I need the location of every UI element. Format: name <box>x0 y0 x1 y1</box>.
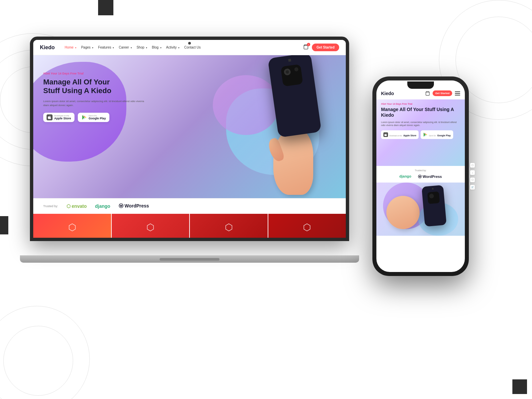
nav-links: Home ▾ Pages ▾ Features ▾ Career ▾ Shop … <box>65 46 303 49</box>
trusted-section: Trusted by: ⬡ envato django ⓦ WordPress <box>33 198 346 214</box>
site-logo: Kiedo <box>40 45 55 51</box>
feature-icon-2: ⬡ <box>146 222 154 233</box>
mini-phone <box>422 185 447 226</box>
wordpress-brand: ⓦ WordPress <box>119 203 149 209</box>
mobile-device: Kiedo Get Started #Get Your 14 Days Free… <box>372 76 469 276</box>
laptop-body: Kiedo Home ▾ Pages ▾ Features ▾ Career ▾… <box>30 37 349 241</box>
bottom-feature-cards: ⬡ ⬡ ⬡ ⬡ <box>33 214 346 238</box>
phone-notch <box>407 81 434 89</box>
mobile-trusted-label: Trusted by: <box>381 169 460 172</box>
feature-card-3: ⬡ <box>190 214 268 238</box>
hero-content: #Get Your 14 Days Free Trial Manage All … <box>43 72 150 122</box>
mobile-hero-description: Lorem ipsum dolor sit amet, consectetur … <box>381 121 460 127</box>
side-icon-2[interactable]: ↕ <box>470 170 475 175</box>
apple-store-button[interactable]: Download on the Apple Store <box>43 113 74 122</box>
mobile-trusted-section: Trusted by: django ⓦ WordPress <box>376 166 465 183</box>
mobile-wordpress-brand: ⓦ WordPress <box>418 174 442 179</box>
nav-shop[interactable]: Shop ▾ <box>137 46 147 49</box>
side-icon-1[interactable]: ⬡ <box>470 163 475 168</box>
laptop-base <box>20 255 359 263</box>
nav-blog[interactable]: Blog ▾ <box>152 46 162 49</box>
sq-decor-4 <box>512 379 527 394</box>
hero-cta-buttons: Download on the Apple Store <box>43 113 150 122</box>
sq-decor-1 <box>98 0 113 15</box>
envato-brand: ⬡ envato <box>66 203 87 209</box>
phone-outer: Kiedo Get Started #Get Your 14 Days Free… <box>372 76 469 276</box>
nav-activity[interactable]: Activity ▾ <box>166 46 180 49</box>
mobile-site: Kiedo Get Started #Get Your 14 Days Free… <box>376 80 465 272</box>
cart-badge: 1 <box>307 43 310 46</box>
circle-decor-6 <box>0 306 90 399</box>
side-scroll-icons: ⬡ ↕ ⬡ 🛒 <box>470 163 475 190</box>
hero-title: Manage All Of Your Stuff Using A Kiedo <box>43 78 150 95</box>
laptop-camera <box>188 42 191 45</box>
trial-text: #Get Your 14 Days Free Trial <box>43 72 150 75</box>
feature-card-4: ⬡ <box>268 214 346 238</box>
hero-section: #Get Your 14 Days Free Trial Manage All … <box>33 55 346 198</box>
circle-decor-7 <box>3 326 73 396</box>
get-started-button[interactable]: Get Started <box>312 44 339 51</box>
mobile-logo: Kiedo <box>381 91 394 96</box>
mobile-cart-icon[interactable] <box>425 91 430 96</box>
trusted-label: Trusted by: <box>43 204 58 208</box>
hamburger-menu[interactable] <box>455 91 460 95</box>
mobile-app-buttons: Download on the Apple Store <box>381 130 460 139</box>
mobile-nav-icons: Get Started <box>425 90 460 96</box>
phone-screen: Kiedo Get Started #Get Your 14 Days Free… <box>376 80 465 272</box>
mobile-trial-text: #Get Your 14 Days Free Trial <box>381 103 460 105</box>
mobile-google-play-button[interactable]: Get It On Google Play <box>421 130 453 139</box>
nav-pages[interactable]: Pages ▾ <box>81 46 93 49</box>
laptop-device: Kiedo Home ▾ Pages ▾ Features ▾ Career ▾… <box>30 37 349 263</box>
mobile-hero-title: Manage All Of Your Stuff Using A Kiedo <box>381 107 460 118</box>
mobile-apple-icon <box>383 132 388 137</box>
mobile-apple-store-button[interactable]: Download on the Apple Store <box>381 130 419 139</box>
laptop-screen: Kiedo Home ▾ Pages ▾ Features ▾ Career ▾… <box>33 40 346 238</box>
google-play-text: Get It On Google Play <box>89 115 106 120</box>
feature-icon-4: ⬡ <box>303 222 311 233</box>
mobile-brands: django ⓦ WordPress <box>381 174 460 179</box>
mobile-django-brand: django <box>399 174 411 179</box>
nav-cart-icon[interactable]: 1 <box>303 44 309 51</box>
hero-description: Lorem ipsum dolor sit amet, consectetur … <box>43 99 150 107</box>
side-icon-3[interactable]: ⬡ <box>470 178 475 182</box>
google-play-icon <box>81 114 87 120</box>
nav-home[interactable]: Home ▾ <box>65 46 76 49</box>
feature-card-1: ⬡ <box>33 214 111 238</box>
feature-card-2: ⬡ <box>112 214 190 238</box>
mobile-get-started-button[interactable]: Get Started <box>433 90 452 96</box>
mobile-google-text: Get It On Google Play <box>429 132 451 138</box>
feature-icon-3: ⬡ <box>225 222 233 233</box>
mobile-hero-section: #Get Your 14 Days Free Trial Manage All … <box>376 99 465 166</box>
nav-career[interactable]: Career ▾ <box>119 46 132 49</box>
mobile-apple-text: Download on the Apple Store <box>389 132 416 138</box>
nav-features[interactable]: Features ▾ <box>98 46 114 49</box>
feature-icon-1: ⬡ <box>68 222 76 233</box>
mobile-phone-illustration-area <box>376 183 465 236</box>
hero-phone-illustration <box>246 55 326 195</box>
django-brand: django <box>95 203 110 209</box>
side-icon-4[interactable]: 🛒 <box>470 185 475 190</box>
sq-decor-2 <box>0 216 8 234</box>
nav-contact[interactable]: Contact Us <box>184 46 200 49</box>
mobile-google-icon <box>423 132 428 137</box>
apple-icon <box>47 114 53 120</box>
apple-store-text: Download on the Apple Store <box>54 115 71 120</box>
google-play-button[interactable]: Get It On Google Play <box>78 113 109 122</box>
